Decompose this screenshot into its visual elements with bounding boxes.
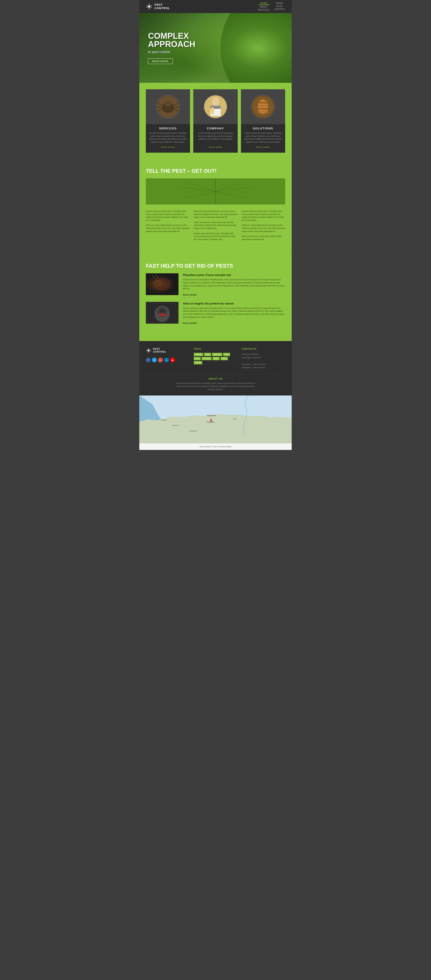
text-col-2-p1: Nulla nunc odio gravida alucras nec luct… (194, 210, 237, 219)
svg-point-49 (148, 350, 149, 351)
copyright-text: Pest Control © 2014 • Privacy Policy (200, 445, 231, 448)
company-read-more-button[interactable]: READ MORE (208, 146, 223, 148)
svg-line-6 (150, 7, 152, 8)
logo[interactable]: PEST CONTROL (146, 3, 170, 10)
article-1-title: Phasellus porta. Fusce suscipit vari (183, 273, 285, 277)
article-2: Abus et magnis dis purient tes nascet Ae… (146, 302, 285, 325)
svg-point-37 (153, 280, 162, 286)
svg-line-3 (146, 5, 148, 6)
footer-contacts-col: CONTACTS 9867-9867 Hill Road Cambridge, … (242, 348, 285, 369)
article-1-image (146, 273, 178, 295)
solutions-card: SOLUTIONS Aenean nonummy endrit maeris. … (241, 89, 285, 153)
tag-roaches[interactable]: Roaches (212, 353, 223, 356)
text-col-3-p2: Nulla nunc odio gravida alucras nec luct… (242, 224, 285, 233)
main-nav: HOME ABOUT SERVICES NEWS BLOG CONTACT (258, 2, 285, 11)
tell-pest-title: TELL THE PEST – GET OUT! (146, 168, 285, 174)
nav-blog[interactable]: BLOG (274, 5, 285, 7)
article-1-text: Aenean nonummy endrit maeris. Phasellus … (183, 278, 285, 290)
text-col-1-p1: Aenean nonummy endrit maeris. Phasellus … (146, 210, 189, 222)
tag-pest[interactable]: Pest (223, 353, 230, 356)
hero-read-more-button[interactable]: READ MORE (148, 58, 173, 64)
article-2-image (146, 302, 178, 324)
text-col-1-p2: Nulla nunc odio gravida alucras nec luct… (146, 224, 189, 233)
svg-line-39 (156, 274, 159, 279)
article-2-read-more-button[interactable]: READ MORE (183, 322, 197, 324)
contacts-title: CONTACTS (242, 348, 285, 350)
svg-point-0 (148, 5, 150, 8)
svg-text:Carly: Carly (233, 418, 237, 420)
svg-rect-23 (258, 102, 268, 103)
map-section[interactable]: Vancouver Portland Tillamook Carly McMin… (139, 396, 292, 443)
svg-text:Seaside: Seaside (161, 419, 167, 421)
nav-news[interactable]: NEWS (274, 2, 285, 4)
footer-tags-col: TAGS Spiders Rats Roaches Pest Ants Term… (194, 348, 237, 369)
article-2-content: Abus et magnis dis purient tes nascet Ae… (183, 302, 285, 325)
map-svg: Vancouver Portland Tillamook Carly McMin… (139, 396, 292, 443)
text-col-2-p2: Donec sit amet eros. Lorem ipsum dolor s… (194, 221, 237, 230)
cards-grid: SERVICES Aenean nonummy endrit maeris. P… (146, 89, 285, 153)
nav-home[interactable]: HOME (258, 2, 270, 5)
logo-text: PEST CONTROL (154, 3, 170, 10)
social-facebook[interactable]: f (146, 358, 151, 363)
footer-logo-area: PEST CONTROL f t g+ in ▶ (146, 348, 189, 369)
logo-icon (146, 3, 153, 10)
svg-text:Tillamook: Tillamook (172, 425, 178, 426)
services-card: SERVICES Aenean nonummy endrit maeris. P… (146, 89, 190, 153)
svg-point-45 (162, 310, 164, 312)
tags-title: TAGS (194, 348, 237, 350)
copyright-bar: Pest Control © 2014 • Privacy Policy (139, 443, 292, 450)
services-read-more-button[interactable]: READ MORE (161, 146, 175, 148)
site-footer: PEST CONTROL f t g+ in ▶ TAGS Spiders Ra… (139, 341, 292, 396)
company-worker-image (204, 95, 227, 119)
hero-section: COMPLEX APPROACH to pest control READ MO… (139, 13, 292, 83)
contacts-freephone: Freephone: +1 800 519 6080 (242, 363, 285, 366)
svg-rect-35 (146, 273, 178, 295)
social-twitter[interactable]: t (152, 358, 157, 363)
solutions-card-title: SOLUTIONS (253, 127, 273, 130)
svg-text:Vancouver: Vancouver (207, 414, 216, 417)
tell-pest-text-columns: Aenean nonummy endrit maeris. Phasellus … (146, 210, 285, 243)
tag-bees[interactable]: Bees (221, 357, 228, 360)
tag-ants[interactable]: Ants (194, 357, 201, 360)
svg-point-44 (160, 310, 162, 312)
social-links: f t g+ in ▶ (146, 358, 189, 363)
solutions-read-more-button[interactable]: READ MORE (256, 146, 270, 148)
nav-contact[interactable]: CONTACT (274, 8, 285, 10)
tag-power[interactable]: Power (194, 361, 202, 364)
contacts-text: 9867-9867 Hill Road Cambridge, #1234 999… (242, 353, 285, 369)
tag-termites[interactable]: Termites (202, 357, 212, 360)
svg-line-38 (153, 275, 157, 280)
svg-line-52 (146, 350, 148, 350)
about-us-text: Aenean nonummy endrit maeris. Phasellus … (174, 382, 257, 391)
svg-text:McMinnville: McMinnville (189, 430, 197, 432)
svg-point-9 (164, 100, 172, 107)
svg-point-40 (155, 282, 159, 285)
tag-spiders[interactable]: Spiders (194, 353, 203, 356)
site-header: PEST CONTROL HOME ABOUT SERVICES NEWS BL… (139, 0, 292, 13)
article-2-text: Aenean nonummy endrit maeris. Phasellus … (183, 307, 285, 318)
fast-help-title: FAST HELP TO GET RID OF PESTS (146, 263, 285, 269)
article-1-read-more-button[interactable]: READ MORE (183, 294, 197, 296)
social-google-plus[interactable]: g+ (158, 358, 163, 363)
social-linkedin[interactable]: in (164, 358, 169, 363)
text-col-2: Nulla nunc odio gravida alucras nec luct… (194, 210, 237, 243)
services-card-title: SERVICES (159, 127, 177, 130)
svg-point-20 (211, 107, 214, 115)
tag-mice[interactable]: Mice (212, 357, 219, 360)
svg-text:Portland: Portland (207, 421, 214, 423)
contacts-city: Cambridge, #1234 999T (242, 356, 285, 360)
social-youtube[interactable]: ▶ (170, 358, 175, 363)
services-card-text: Aenean nonummy endrit maeris. Phasellus … (146, 132, 190, 143)
solutions-bug-image (251, 95, 275, 119)
tell-pest-section: TELL THE PEST – GET OUT! Aenean nonummy … (139, 159, 292, 254)
svg-rect-25 (258, 108, 268, 110)
svg-rect-24 (258, 105, 268, 107)
solutions-card-image (241, 89, 285, 124)
text-col-2-p3: Aenean nonummy endrit maeris. Phasellus … (194, 232, 237, 241)
nav-services[interactable]: SERVICES (258, 9, 270, 11)
nav-about[interactable]: ABOUT (258, 6, 270, 8)
solutions-card-text: Aenean nonummy endrit maeris. Phasellus … (241, 132, 285, 143)
svg-line-4 (146, 7, 148, 8)
hero-subtitle: to pest control (148, 50, 195, 54)
tag-rats[interactable]: Rats (204, 353, 211, 356)
